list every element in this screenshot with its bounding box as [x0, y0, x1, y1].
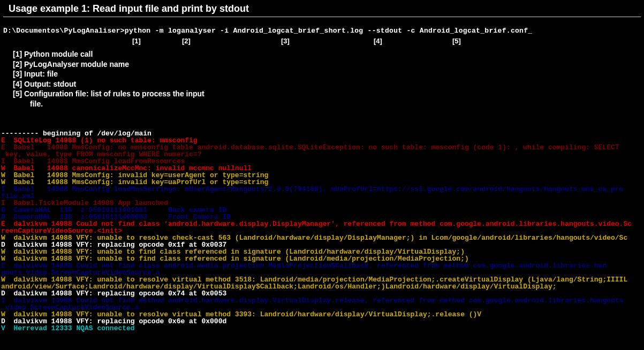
legend-item-3: [3] Input: file	[13, 70, 644, 79]
log-output: --------- beginning of /dev/log/mainE SQ…	[0, 130, 644, 332]
page-title: Usage example 1: Read input file and pri…	[3, 0, 641, 17]
marker-5: [5]	[452, 37, 461, 45]
legend: [1] Python module call [2] PyLogAnalyser…	[0, 50, 644, 109]
cmd-part-2: loganalyser	[168, 27, 216, 35]
command-line: D:\Documentos\PyLogAnaliser>python -m lo…	[0, 27, 644, 35]
legend-item-2: [2] PyLogAnalyser module name	[13, 60, 644, 70]
legend-item-4: [4] Output: stdout	[13, 80, 644, 89]
marker-1: [1]	[132, 37, 141, 45]
marker-2: [2]	[182, 37, 191, 45]
cmd-part-4: --stdout	[368, 27, 403, 35]
legend-item-5b: file.	[13, 100, 644, 109]
legend-item-1: [1] Python module call	[13, 50, 644, 59]
marker-3: [3]	[281, 37, 290, 45]
marker-4: [4]	[374, 37, 382, 45]
cmd-part-1: python -m	[125, 27, 164, 35]
log-line: V Herrevad 12333 NQAS connected	[1, 325, 644, 332]
cmd-part-3: -i Android_logcat_brief_short.log	[220, 27, 363, 35]
legend-item-5: [5] Configuration file: list of rules to…	[13, 89, 644, 99]
cmd-part-5: -c Android_logcat_brief.conf_	[406, 27, 532, 35]
log-line: I Babel 14988 MmsConfig.loadMmsSettings:…	[1, 186, 644, 193]
command-markers: [1] [2] [3] [4] [5]	[0, 35, 644, 47]
prompt: D:\Documentos\PyLogAnaliser>	[3, 27, 125, 35]
